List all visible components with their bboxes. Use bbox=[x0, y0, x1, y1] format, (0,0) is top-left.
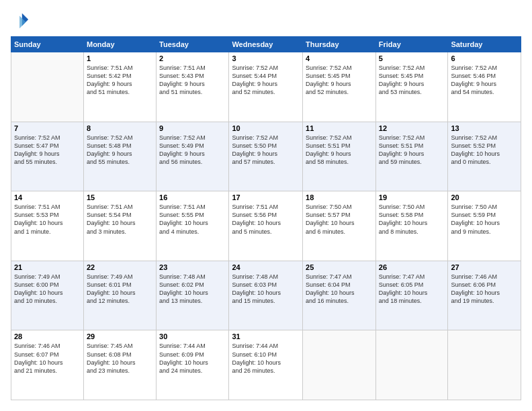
day-number: 31 bbox=[232, 332, 300, 340]
weekday-header: Tuesday bbox=[157, 37, 229, 52]
calendar-table: SundayMondayTuesdayWednesdayThursdayFrid… bbox=[11, 36, 521, 400]
calendar-week-row: 1Sunrise: 7:51 AM Sunset: 5:42 PM Daylig… bbox=[11, 52, 521, 122]
weekday-header: Thursday bbox=[303, 37, 376, 52]
day-number: 24 bbox=[232, 263, 300, 271]
logo bbox=[11, 11, 32, 30]
logo-icon bbox=[11, 11, 30, 30]
day-number: 7 bbox=[14, 124, 81, 132]
calendar-cell: 22Sunrise: 7:49 AM Sunset: 6:01 PM Dayli… bbox=[83, 261, 156, 330]
day-number: 28 bbox=[14, 332, 81, 340]
weekday-header: Sunday bbox=[11, 37, 84, 52]
weekday-header-row: SundayMondayTuesdayWednesdayThursdayFrid… bbox=[11, 37, 521, 52]
day-info: Sunrise: 7:49 AM Sunset: 6:01 PM Dayligh… bbox=[87, 273, 153, 306]
calendar-cell: 29Sunrise: 7:45 AM Sunset: 6:08 PM Dayli… bbox=[83, 330, 156, 400]
calendar-cell: 30Sunrise: 7:44 AM Sunset: 6:09 PM Dayli… bbox=[157, 330, 229, 400]
page: SundayMondayTuesdayWednesdayThursdayFrid… bbox=[0, 0, 532, 411]
calendar-cell: 5Sunrise: 7:52 AM Sunset: 5:45 PM Daylig… bbox=[375, 52, 448, 122]
day-info: Sunrise: 7:52 AM Sunset: 5:45 PM Dayligh… bbox=[379, 64, 445, 97]
day-number: 5 bbox=[379, 54, 445, 62]
day-info: Sunrise: 7:52 AM Sunset: 5:49 PM Dayligh… bbox=[159, 134, 226, 167]
day-number: 12 bbox=[379, 124, 445, 132]
calendar-cell bbox=[303, 330, 376, 400]
calendar-cell: 8Sunrise: 7:52 AM Sunset: 5:48 PM Daylig… bbox=[83, 122, 156, 191]
weekday-header: Friday bbox=[375, 37, 448, 52]
calendar-cell bbox=[11, 52, 84, 122]
calendar-cell: 11Sunrise: 7:52 AM Sunset: 5:51 PM Dayli… bbox=[303, 122, 376, 191]
day-info: Sunrise: 7:48 AM Sunset: 6:02 PM Dayligh… bbox=[159, 273, 226, 306]
calendar-week-row: 7Sunrise: 7:52 AM Sunset: 5:47 PM Daylig… bbox=[11, 122, 521, 191]
day-info: Sunrise: 7:50 AM Sunset: 5:57 PM Dayligh… bbox=[306, 203, 373, 236]
day-number: 22 bbox=[87, 263, 153, 271]
day-number: 11 bbox=[306, 124, 373, 132]
day-info: Sunrise: 7:52 AM Sunset: 5:52 PM Dayligh… bbox=[451, 134, 518, 167]
day-number: 2 bbox=[159, 54, 226, 62]
day-info: Sunrise: 7:52 AM Sunset: 5:44 PM Dayligh… bbox=[232, 64, 300, 97]
day-info: Sunrise: 7:52 AM Sunset: 5:50 PM Dayligh… bbox=[232, 134, 300, 167]
day-number: 23 bbox=[159, 263, 226, 271]
calendar-cell: 13Sunrise: 7:52 AM Sunset: 5:52 PM Dayli… bbox=[448, 122, 521, 191]
day-info: Sunrise: 7:51 AM Sunset: 5:43 PM Dayligh… bbox=[159, 64, 226, 97]
calendar-cell: 28Sunrise: 7:46 AM Sunset: 6:07 PM Dayli… bbox=[11, 330, 84, 400]
calendar-cell: 17Sunrise: 7:51 AM Sunset: 5:56 PM Dayli… bbox=[229, 191, 303, 261]
calendar-cell: 19Sunrise: 7:50 AM Sunset: 5:58 PM Dayli… bbox=[375, 191, 448, 261]
day-info: Sunrise: 7:52 AM Sunset: 5:51 PM Dayligh… bbox=[306, 134, 373, 167]
calendar-week-row: 28Sunrise: 7:46 AM Sunset: 6:07 PM Dayli… bbox=[11, 330, 521, 400]
calendar-week-row: 14Sunrise: 7:51 AM Sunset: 5:53 PM Dayli… bbox=[11, 191, 521, 261]
day-number: 29 bbox=[87, 332, 153, 340]
day-info: Sunrise: 7:47 AM Sunset: 6:05 PM Dayligh… bbox=[379, 273, 445, 306]
calendar-cell: 15Sunrise: 7:51 AM Sunset: 5:54 PM Dayli… bbox=[83, 191, 156, 261]
calendar-cell: 24Sunrise: 7:48 AM Sunset: 6:03 PM Dayli… bbox=[229, 261, 303, 330]
day-info: Sunrise: 7:46 AM Sunset: 6:07 PM Dayligh… bbox=[14, 342, 81, 375]
day-number: 4 bbox=[306, 54, 373, 62]
calendar-week-row: 21Sunrise: 7:49 AM Sunset: 6:00 PM Dayli… bbox=[11, 261, 521, 330]
day-info: Sunrise: 7:50 AM Sunset: 5:59 PM Dayligh… bbox=[451, 203, 518, 236]
day-number: 15 bbox=[87, 193, 153, 201]
day-info: Sunrise: 7:52 AM Sunset: 5:47 PM Dayligh… bbox=[14, 134, 81, 167]
day-info: Sunrise: 7:51 AM Sunset: 5:54 PM Dayligh… bbox=[87, 203, 153, 236]
day-info: Sunrise: 7:47 AM Sunset: 6:04 PM Dayligh… bbox=[306, 273, 373, 306]
day-info: Sunrise: 7:46 AM Sunset: 6:06 PM Dayligh… bbox=[451, 273, 518, 306]
day-number: 20 bbox=[451, 193, 518, 201]
calendar-cell bbox=[375, 330, 448, 400]
weekday-header: Monday bbox=[83, 37, 156, 52]
day-number: 6 bbox=[451, 54, 518, 62]
calendar-cell: 7Sunrise: 7:52 AM Sunset: 5:47 PM Daylig… bbox=[11, 122, 84, 191]
calendar-cell: 23Sunrise: 7:48 AM Sunset: 6:02 PM Dayli… bbox=[157, 261, 229, 330]
calendar-cell: 26Sunrise: 7:47 AM Sunset: 6:05 PM Dayli… bbox=[375, 261, 448, 330]
day-number: 19 bbox=[379, 193, 445, 201]
day-info: Sunrise: 7:51 AM Sunset: 5:56 PM Dayligh… bbox=[232, 203, 300, 236]
day-info: Sunrise: 7:44 AM Sunset: 6:10 PM Dayligh… bbox=[232, 342, 300, 375]
calendar-cell bbox=[448, 330, 521, 400]
calendar-cell: 21Sunrise: 7:49 AM Sunset: 6:00 PM Dayli… bbox=[11, 261, 84, 330]
day-number: 10 bbox=[232, 124, 300, 132]
calendar-cell: 3Sunrise: 7:52 AM Sunset: 5:44 PM Daylig… bbox=[229, 52, 303, 122]
calendar-cell: 1Sunrise: 7:51 AM Sunset: 5:42 PM Daylig… bbox=[83, 52, 156, 122]
day-info: Sunrise: 7:44 AM Sunset: 6:09 PM Dayligh… bbox=[159, 342, 226, 375]
day-info: Sunrise: 7:48 AM Sunset: 6:03 PM Dayligh… bbox=[232, 273, 300, 306]
day-number: 14 bbox=[14, 193, 81, 201]
day-info: Sunrise: 7:51 AM Sunset: 5:53 PM Dayligh… bbox=[14, 203, 81, 236]
day-info: Sunrise: 7:52 AM Sunset: 5:51 PM Dayligh… bbox=[379, 134, 445, 167]
day-number: 8 bbox=[87, 124, 153, 132]
day-number: 26 bbox=[379, 263, 445, 271]
day-info: Sunrise: 7:49 AM Sunset: 6:00 PM Dayligh… bbox=[14, 273, 81, 306]
day-number: 25 bbox=[306, 263, 373, 271]
calendar-cell: 4Sunrise: 7:52 AM Sunset: 5:45 PM Daylig… bbox=[303, 52, 376, 122]
day-number: 3 bbox=[232, 54, 300, 62]
day-number: 13 bbox=[451, 124, 518, 132]
day-number: 9 bbox=[159, 124, 226, 132]
weekday-header: Saturday bbox=[448, 37, 521, 52]
day-info: Sunrise: 7:51 AM Sunset: 5:42 PM Dayligh… bbox=[87, 64, 153, 97]
calendar-cell: 10Sunrise: 7:52 AM Sunset: 5:50 PM Dayli… bbox=[229, 122, 303, 191]
calendar-cell: 9Sunrise: 7:52 AM Sunset: 5:49 PM Daylig… bbox=[157, 122, 229, 191]
calendar-cell: 31Sunrise: 7:44 AM Sunset: 6:10 PM Dayli… bbox=[229, 330, 303, 400]
day-number: 18 bbox=[306, 193, 373, 201]
calendar-cell: 2Sunrise: 7:51 AM Sunset: 5:43 PM Daylig… bbox=[157, 52, 229, 122]
day-number: 1 bbox=[87, 54, 153, 62]
calendar-cell: 16Sunrise: 7:51 AM Sunset: 5:55 PM Dayli… bbox=[157, 191, 229, 261]
header bbox=[11, 11, 521, 30]
day-info: Sunrise: 7:52 AM Sunset: 5:46 PM Dayligh… bbox=[451, 64, 518, 97]
day-number: 17 bbox=[232, 193, 300, 201]
calendar-cell: 6Sunrise: 7:52 AM Sunset: 5:46 PM Daylig… bbox=[448, 52, 521, 122]
day-info: Sunrise: 7:45 AM Sunset: 6:08 PM Dayligh… bbox=[87, 342, 153, 375]
